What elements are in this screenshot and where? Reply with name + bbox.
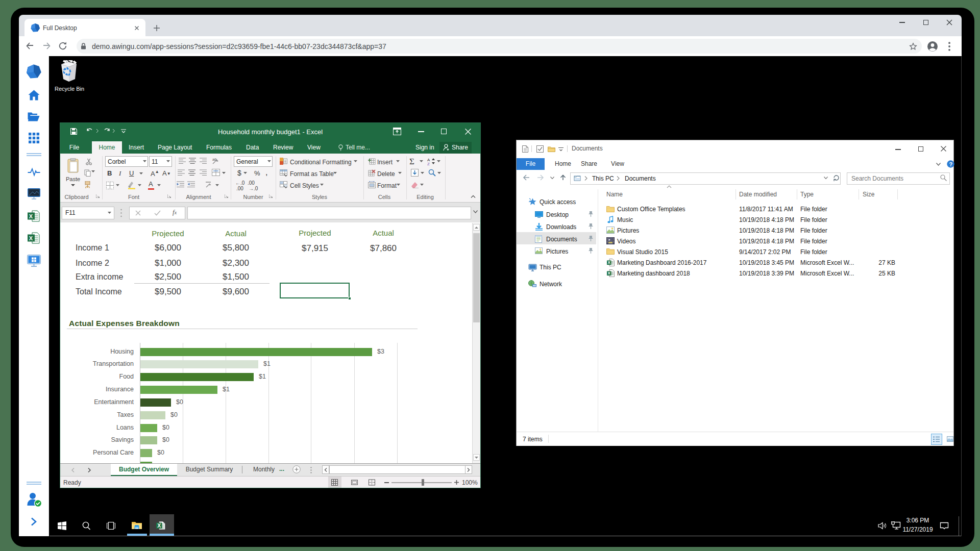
svg-text:Z: Z <box>427 162 430 165</box>
svg-text:X: X <box>29 213 33 219</box>
svg-text:?: ? <box>949 161 953 167</box>
svg-text:X: X <box>608 260 611 265</box>
svg-text:X: X <box>29 235 33 241</box>
svg-text:X: X <box>157 522 161 529</box>
svg-text:X: X <box>608 271 611 276</box>
svg-text:ab: ab <box>212 157 217 162</box>
